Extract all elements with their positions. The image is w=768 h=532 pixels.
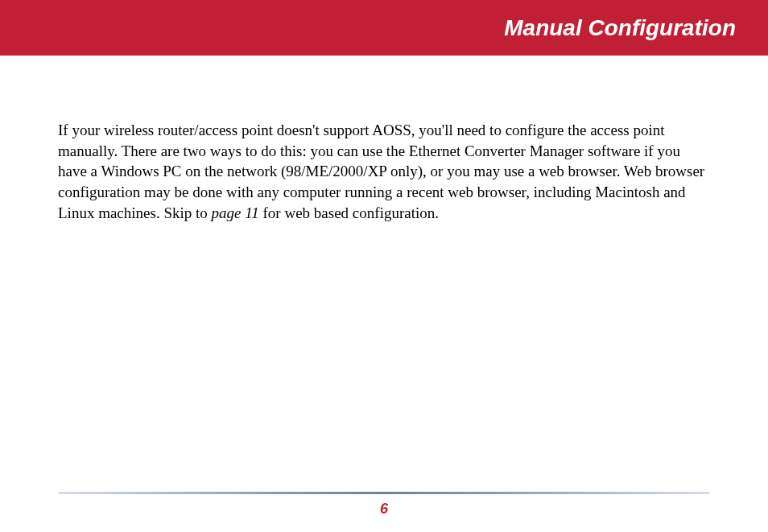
header-bar: Manual Configuration [0,0,768,56]
content-area: If your wireless router/access point doe… [0,56,768,223]
page-reference: page 11 [212,204,259,221]
page-number: 6 [58,501,710,518]
body-paragraph: If your wireless router/access point doe… [58,120,710,223]
footer: 6 [58,492,710,518]
footer-divider [58,492,710,494]
paragraph-text-2: for web based configuration. [259,204,439,221]
page-title: Manual Configuration [504,15,736,41]
